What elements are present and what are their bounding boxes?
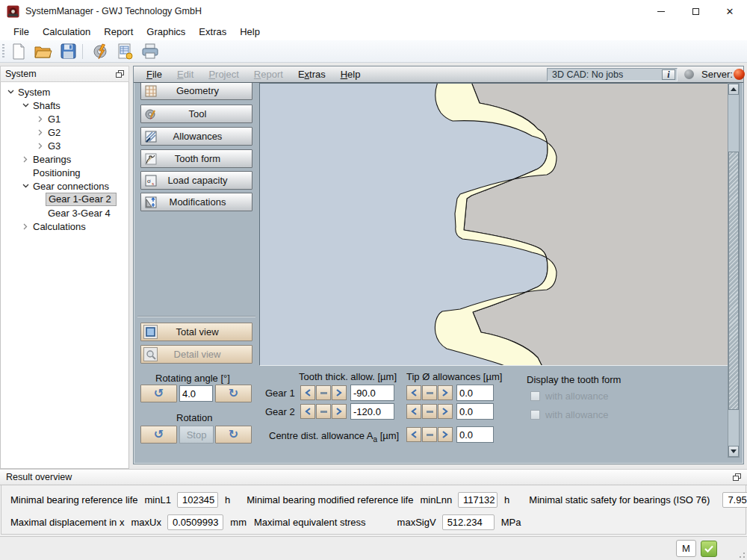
chevron-right-icon	[336, 408, 342, 415]
rotation-cw-button[interactable]: ↻	[215, 426, 252, 444]
tree-item-system[interactable]: System	[1, 85, 128, 99]
resize-grip[interactable]	[737, 550, 746, 559]
open-file-button[interactable]	[33, 42, 54, 61]
menu-report[interactable]: Report	[97, 24, 140, 40]
statusbar: M	[0, 536, 747, 560]
centre-distance-input[interactable]	[456, 426, 494, 443]
increment-button[interactable]	[332, 385, 347, 400]
load-capacity-icon: σx	[143, 173, 158, 188]
float-panel-icon[interactable]	[116, 70, 124, 78]
menu-graphics[interactable]: Graphics	[140, 24, 192, 40]
gear-menu-extras[interactable]: Extras	[291, 69, 333, 80]
tree-item-positioning[interactable]: Positioning	[1, 166, 128, 179]
chevron-right-icon[interactable]	[35, 140, 46, 151]
result-overview-header: Result overview	[0, 469, 747, 485]
tree-item-gear1-gear2[interactable]: Gear 1-Gear 2	[1, 193, 128, 206]
tree-item-bearings[interactable]: Bearings	[1, 152, 128, 166]
info-button[interactable]: i	[662, 69, 675, 80]
decrement-button[interactable]	[406, 404, 421, 419]
tree-item-g1[interactable]: G1	[1, 112, 128, 125]
print-button[interactable]	[140, 42, 161, 61]
rotating-angle-input[interactable]	[179, 385, 213, 402]
menu-calculation[interactable]: Calculation	[36, 24, 97, 40]
reset-button[interactable]	[422, 385, 437, 400]
tree-item-calculations[interactable]: Calculations	[1, 220, 128, 233]
rotation-stop-button: Stop	[179, 426, 214, 444]
gear2-thick-input[interactable]	[350, 403, 394, 420]
increment-button[interactable]	[438, 404, 453, 419]
maximize-button[interactable]	[678, 0, 713, 22]
tree-item-g3[interactable]: G3	[1, 139, 128, 152]
scroll-down-button[interactable]	[728, 446, 739, 457]
increment-button[interactable]	[438, 427, 453, 442]
detail-view-button: Detail view	[140, 345, 252, 364]
float-panel-icon[interactable]	[733, 473, 741, 481]
rotate-ccw-button[interactable]: ↺	[140, 385, 177, 402]
tree-item-g2[interactable]: G2	[1, 125, 128, 139]
gear-menu-file[interactable]: File	[139, 69, 170, 80]
reset-button[interactable]	[422, 404, 437, 419]
tooth-form-button[interactable]: Tooth form	[140, 149, 252, 168]
load-capacity-button[interactable]: σx Load capacity	[140, 171, 252, 190]
increment-button[interactable]	[438, 385, 453, 400]
allowances-button[interactable]: Allowances	[140, 127, 252, 146]
gear1-thick-input[interactable]	[350, 385, 394, 401]
minus-icon	[427, 392, 433, 394]
chevron-down-icon[interactable]	[5, 87, 16, 97]
close-button[interactable]: ✕	[713, 0, 747, 22]
gear1-tip-input[interactable]	[456, 385, 494, 401]
tool-button[interactable]: Tool	[140, 105, 252, 123]
calculate-button[interactable]	[90, 42, 111, 61]
toolbar-grip[interactable]	[2, 44, 4, 59]
tree-item-gear3-gear4[interactable]: Gear 3-Gear 4	[1, 206, 128, 220]
gear2-tip-spinner	[406, 404, 453, 419]
minimize-button[interactable]	[644, 0, 678, 22]
rotate-cw-icon: ↻	[229, 388, 238, 399]
decrement-button[interactable]	[300, 385, 315, 400]
chevron-down-icon[interactable]	[20, 100, 31, 111]
m-button[interactable]: M	[676, 540, 696, 557]
decrement-button[interactable]	[406, 385, 421, 400]
decrement-button[interactable]	[406, 427, 421, 442]
tooth-form-canvas[interactable]	[259, 83, 728, 366]
menu-help[interactable]: Help	[233, 24, 267, 40]
tree-item-shafts[interactable]: Shafts	[1, 99, 128, 112]
scroll-up-button[interactable]	[728, 84, 739, 95]
confirm-button[interactable]	[701, 541, 717, 557]
gear-menu-edit: Edit	[170, 69, 201, 80]
main-area: System System Shafts G1 G2 G3 Bearings P…	[0, 63, 747, 469]
chevron-right-icon[interactable]	[20, 221, 31, 231]
minimize-icon	[657, 11, 665, 12]
chevron-down-icon[interactable]	[20, 181, 31, 191]
modifications-button[interactable]: Modifications	[140, 193, 252, 211]
chevron-right-icon[interactable]	[20, 154, 31, 164]
reset-button[interactable]	[316, 385, 331, 400]
report-button[interactable]	[115, 42, 136, 61]
chevron-right-icon	[442, 431, 448, 438]
geometry-button[interactable]: Geometry	[140, 83, 252, 100]
save-button[interactable]	[58, 42, 78, 61]
tree-item-gear-connections[interactable]: Gear connections	[1, 179, 128, 193]
server-status-indicator	[734, 69, 745, 80]
menu-extras[interactable]: Extras	[192, 24, 233, 40]
chevron-right-icon[interactable]	[35, 127, 46, 137]
minus-icon	[320, 392, 327, 394]
gear-menu-help[interactable]: Help	[333, 69, 368, 80]
system-tree-panel: System System Shafts G1 G2 G3 Bearings P…	[0, 66, 129, 469]
total-view-button[interactable]: Total view	[140, 323, 252, 341]
reset-button[interactable]	[422, 427, 437, 442]
increment-button[interactable]	[332, 404, 347, 419]
scrollbar-thumb[interactable]	[728, 152, 739, 410]
gear-menu-project: Project	[201, 69, 246, 80]
canvas-vertical-scrollbar[interactable]	[728, 83, 740, 458]
chevron-right-icon[interactable]	[35, 113, 46, 124]
checkbox-icon	[530, 391, 540, 401]
rotate-cw-button[interactable]: ↻	[215, 385, 252, 402]
reset-button[interactable]	[316, 404, 331, 419]
result-field: 117132	[458, 492, 498, 508]
rotation-ccw-button[interactable]: ↺	[140, 426, 177, 444]
decrement-button[interactable]	[300, 404, 315, 419]
menu-file[interactable]: File	[7, 24, 36, 40]
new-file-button[interactable]	[8, 42, 29, 61]
gear2-tip-input[interactable]	[456, 403, 494, 420]
